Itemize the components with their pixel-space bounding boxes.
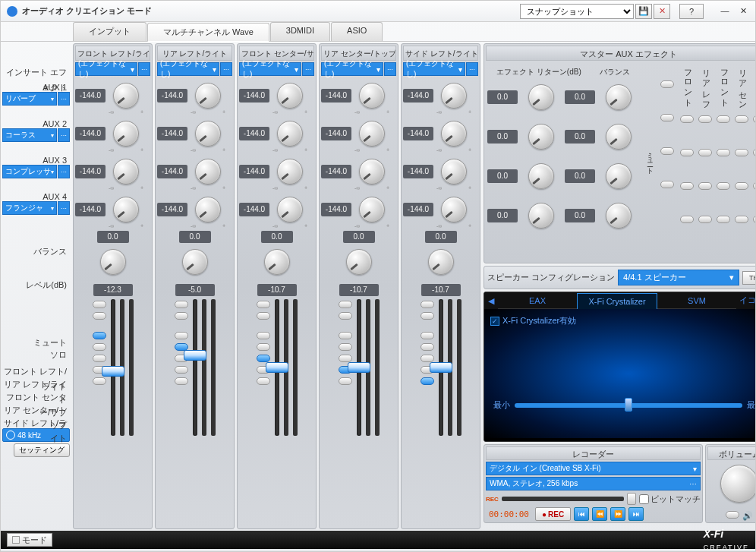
insert-effect-select[interactable]: (エフェクトなし) [75, 62, 137, 76]
master-route-toggle[interactable] [717, 149, 730, 156]
route-toggle[interactable] [339, 343, 352, 351]
aux1-select[interactable]: リバーブ [2, 92, 57, 106]
mute-button[interactable] [339, 301, 352, 308]
xfi-tab-eq[interactable]: イコ [736, 292, 756, 310]
aux-knob[interactable] [195, 121, 221, 147]
master-route-toggle[interactable] [680, 182, 694, 190]
route-toggle[interactable] [93, 343, 106, 351]
route-toggle[interactable] [93, 355, 106, 362]
route-toggle[interactable] [421, 377, 434, 385]
insert-effect-select[interactable]: (エフェクトなし) [239, 62, 301, 76]
master-mute-1[interactable] [660, 80, 674, 88]
fader[interactable] [111, 299, 115, 436]
master-route-toggle[interactable] [753, 216, 756, 223]
aux1-more[interactable]: ⋯ [58, 92, 70, 106]
aux3-more[interactable]: ⋯ [58, 165, 70, 178]
insert-effect-more[interactable]: ⋯ [302, 62, 314, 76]
master-balance-knob[interactable] [606, 163, 632, 189]
master-mute-3[interactable] [660, 147, 674, 155]
aux-knob[interactable] [359, 121, 385, 147]
mute-button[interactable] [257, 301, 270, 308]
route-toggle[interactable] [339, 355, 352, 362]
master-route-toggle[interactable] [680, 115, 694, 123]
solo-button[interactable] [257, 312, 270, 320]
route-toggle[interactable] [257, 332, 270, 339]
balance-knob[interactable] [346, 249, 372, 275]
return-knob[interactable] [528, 163, 554, 189]
aux-knob[interactable] [277, 121, 303, 147]
master-mute-4[interactable] [660, 181, 674, 188]
master-route-toggle[interactable] [680, 149, 694, 156]
minimize-icon[interactable]: — [719, 6, 731, 16]
master-route-toggle[interactable] [698, 115, 712, 123]
aux2-select[interactable]: コーラス [2, 128, 57, 142]
aux-knob[interactable] [113, 159, 139, 185]
speaker-config-select[interactable]: 4/4.1 スピーカー [618, 270, 739, 285]
master-route-toggle[interactable] [735, 182, 748, 190]
solo-button[interactable] [93, 312, 106, 320]
master-balance-knob[interactable] [606, 84, 632, 110]
route-toggle[interactable] [257, 343, 270, 351]
return-knob[interactable] [528, 203, 554, 229]
route-toggle[interactable] [93, 332, 106, 339]
delete-icon[interactable]: ✕ [654, 4, 670, 19]
route-toggle[interactable] [339, 332, 352, 339]
help-button[interactable]: ? [679, 4, 704, 19]
aux-knob[interactable] [359, 83, 385, 109]
master-route-toggle[interactable] [735, 149, 748, 156]
master-route-toggle[interactable] [698, 216, 712, 223]
mode-button[interactable]: モード [7, 533, 52, 547]
master-route-toggle[interactable] [698, 149, 712, 156]
route-toggle[interactable] [175, 377, 188, 385]
fader[interactable] [357, 299, 361, 436]
aux-knob[interactable] [195, 197, 221, 222]
aux4-select[interactable]: フランジャ [2, 201, 57, 215]
master-balance-knob[interactable] [606, 124, 632, 150]
insert-effect-more[interactable]: ⋯ [466, 62, 478, 76]
solo-button[interactable] [175, 312, 188, 320]
aux-knob[interactable] [195, 83, 221, 109]
master-route-toggle[interactable] [753, 149, 756, 156]
route-toggle[interactable] [421, 332, 434, 339]
route-toggle[interactable] [421, 343, 434, 351]
route-toggle[interactable] [93, 377, 106, 385]
master-route-toggle[interactable] [680, 216, 694, 223]
aux-knob[interactable] [277, 83, 303, 109]
aux2-more[interactable]: ⋯ [58, 128, 70, 142]
solo-button[interactable] [421, 312, 434, 320]
aux4-more[interactable]: ⋯ [58, 201, 70, 215]
aux-knob[interactable] [277, 159, 303, 185]
fader[interactable] [275, 299, 279, 436]
xfi-tab-svm[interactable]: SVM [657, 293, 736, 309]
route-toggle[interactable] [421, 355, 434, 362]
aux3-select[interactable]: コンプレッサ [2, 165, 57, 178]
return-knob[interactable] [528, 124, 554, 150]
bitmatch-checkbox[interactable]: ビットマッチ [639, 494, 701, 505]
tab-3dmidi[interactable]: 3DMIDI [270, 22, 330, 41]
master-route-toggle[interactable] [735, 216, 748, 223]
route-toggle[interactable] [339, 377, 352, 385]
aux-knob[interactable] [441, 83, 467, 109]
route-toggle[interactable] [175, 366, 188, 374]
master-mute-2[interactable] [660, 114, 674, 121]
return-knob[interactable] [528, 84, 554, 110]
insert-effect-more[interactable]: ⋯ [384, 62, 396, 76]
master-route-toggle[interactable] [717, 115, 730, 123]
volume-mute-button[interactable] [726, 511, 739, 519]
aux-knob[interactable] [441, 197, 467, 222]
mute-button[interactable] [175, 301, 188, 308]
snapshot-select[interactable]: スナップショット [520, 4, 634, 19]
tab-multichannel[interactable]: マルチチャンネル Wave [147, 23, 269, 42]
balance-knob[interactable] [100, 249, 126, 275]
master-route-toggle[interactable] [698, 182, 712, 190]
aux-knob[interactable] [113, 197, 139, 222]
settings-button[interactable]: セッティング [14, 443, 70, 457]
record-button[interactable]: ● REC [535, 507, 571, 521]
mute-button[interactable] [93, 301, 106, 308]
close-icon[interactable]: ✕ [737, 6, 749, 16]
aux-knob[interactable] [195, 159, 221, 185]
rec-next-icon[interactable]: ⏭ [628, 507, 644, 521]
master-route-toggle[interactable] [753, 182, 756, 190]
aux-knob[interactable] [359, 159, 385, 185]
master-route-toggle[interactable] [717, 182, 730, 190]
